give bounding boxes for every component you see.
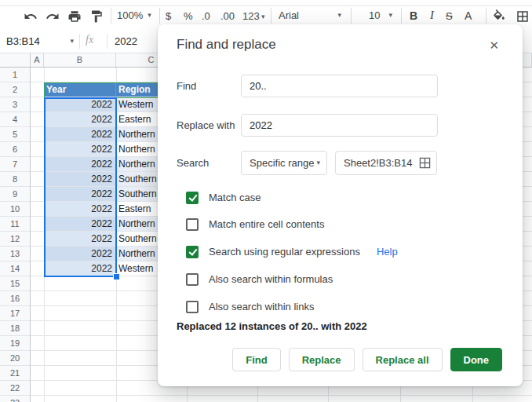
toolbar-separator <box>351 8 352 24</box>
row-header-17[interactable]: 17 <box>0 306 30 321</box>
row-header-11[interactable]: 11 <box>0 217 30 232</box>
bold-button[interactable]: B <box>410 9 417 22</box>
cell-B11[interactable]: 2022 <box>44 217 116 232</box>
format-currency-button[interactable]: $ <box>166 10 171 22</box>
row-header-16[interactable]: 16 <box>0 291 30 306</box>
cell-B12[interactable]: 2022 <box>44 232 116 247</box>
row-header-3[interactable]: 3 <box>0 97 30 112</box>
search-scope-select[interactable]: Specific range ▾ <box>241 151 327 175</box>
print-icon[interactable] <box>67 9 82 24</box>
cell-B9[interactable]: 2022 <box>44 187 116 202</box>
toolbar-separator <box>271 8 271 24</box>
row-header-13[interactable]: 13 <box>0 247 30 261</box>
regex-checkbox[interactable] <box>186 246 199 258</box>
replace-status-text: Replaced 12 instances of 20.. with 2022 <box>177 320 367 332</box>
search-range-box[interactable]: Sheet2!B3:B14 <box>335 151 437 175</box>
font-family-value: Arial <box>279 9 299 21</box>
strikethrough-button[interactable]: S <box>446 10 453 22</box>
decrease-decimal-button[interactable]: .0 <box>202 10 210 22</box>
cell-B5[interactable]: 2022 <box>44 127 116 142</box>
row-header-18[interactable]: 18 <box>0 321 30 336</box>
row-header-4[interactable]: 4 <box>0 112 30 127</box>
dialog-title: Find and replace <box>177 37 276 53</box>
checkbox-label: Also search within formulas <box>209 273 333 285</box>
checkbox-label: Match case <box>209 192 261 203</box>
row-header-1[interactable]: 1 <box>0 68 30 82</box>
row-header-8[interactable]: 8 <box>0 172 30 187</box>
cell-B14[interactable]: 2022 <box>44 261 116 276</box>
cell-B8[interactable]: 2022 <box>44 172 116 187</box>
select-data-range-icon[interactable] <box>419 157 431 169</box>
chevron-down-icon: ▾ <box>316 159 320 166</box>
row-header-22[interactable]: 22 <box>0 381 30 396</box>
checkbox-row-match-case[interactable]: Match case <box>186 191 261 204</box>
checkbox-row-match-entire-cell[interactable]: Match entire cell contents <box>186 217 324 231</box>
row-header-21[interactable]: 21 <box>0 366 30 381</box>
row-numbers: 1234567891011121314151617181920212223 <box>0 68 31 402</box>
zoom-control[interactable]: 100% ▾ <box>117 9 151 21</box>
search-links-checkbox[interactable] <box>186 301 199 313</box>
cell-B10[interactable]: 2022 <box>44 202 116 217</box>
checkbox-row-search-links[interactable]: Also search within links <box>186 300 314 313</box>
close-icon[interactable]: ✕ <box>489 38 499 53</box>
undo-icon[interactable] <box>24 9 38 24</box>
search-scope-value: Specific range <box>250 157 314 169</box>
done-button[interactable]: Done <box>450 348 503 371</box>
redo-icon[interactable] <box>46 9 60 24</box>
replace-all-button[interactable]: Replace all <box>363 348 443 371</box>
increase-decimal-button[interactable]: .00 <box>220 10 235 22</box>
select-all-corner[interactable] <box>0 53 31 67</box>
cell-B4[interactable]: 2022 <box>44 112 116 127</box>
chevron-down-icon: ▾ <box>388 12 392 19</box>
fill-color-icon[interactable] <box>492 9 506 24</box>
search-range-value: Sheet2!B3:B14 <box>344 157 412 169</box>
search-formulas-checkbox[interactable] <box>186 273 199 286</box>
row-header-7[interactable]: 7 <box>0 157 30 172</box>
help-link[interactable]: Help <box>377 246 398 258</box>
toolbar-separator <box>159 8 160 24</box>
row-header-2[interactable]: 2 <box>0 82 30 97</box>
row-header-19[interactable]: 19 <box>0 336 30 351</box>
find-label: Find <box>177 80 241 92</box>
replace-with-input[interactable] <box>241 114 438 137</box>
row-header-15[interactable]: 15 <box>0 276 30 291</box>
row-header-14[interactable]: 14 <box>0 261 30 276</box>
number-format-button[interactable]: 123 <box>242 10 260 22</box>
match-entire-cell-checkbox[interactable] <box>186 218 199 231</box>
row-header-23[interactable]: 23 <box>0 396 30 402</box>
italic-button[interactable]: I <box>430 9 434 22</box>
column-header-B[interactable]: B <box>44 53 116 67</box>
match-case-checkbox[interactable] <box>186 192 199 204</box>
name-box[interactable]: B3:B14 ▾ <box>6 30 74 53</box>
cell-B2[interactable]: Year <box>44 82 116 97</box>
find-replace-dialog: Find and replace ✕ Find Replace with Sea… <box>158 24 523 386</box>
text-color-button[interactable]: A <box>465 9 472 22</box>
row-header-6[interactable]: 6 <box>0 142 30 157</box>
format-percent-button[interactable]: % <box>184 10 193 22</box>
cell-B3[interactable]: 2022 <box>44 97 116 112</box>
font-size-select[interactable]: 10 ▾ <box>369 9 392 21</box>
checkbox-row-search-formulas[interactable]: Also search within formulas <box>186 272 333 286</box>
find-input[interactable] <box>241 75 438 97</box>
toolbar-separator <box>486 8 486 24</box>
row-header-12[interactable]: 12 <box>0 232 30 247</box>
borders-icon[interactable] <box>516 9 530 24</box>
paint-format-icon[interactable] <box>89 9 104 24</box>
chevron-down-icon: ▾ <box>337 12 341 19</box>
cell-B7[interactable]: 2022 <box>44 157 116 172</box>
find-button[interactable]: Find <box>232 348 280 371</box>
selection-fill-handle[interactable] <box>113 273 120 280</box>
row-header-10[interactable]: 10 <box>0 202 30 217</box>
column-header-A[interactable]: A <box>31 53 44 67</box>
replace-button[interactable]: Replace <box>289 348 355 371</box>
checkbox-row-regular-expressions[interactable]: Search using regular expressions Help <box>186 245 398 258</box>
cell-B6[interactable]: 2022 <box>44 142 116 157</box>
fx-icon: fx <box>86 34 93 46</box>
row-header-20[interactable]: 20 <box>0 351 30 366</box>
chevron-down-icon: ▾ <box>261 13 265 20</box>
formula-input[interactable]: 2022 <box>115 35 137 47</box>
row-header-9[interactable]: 9 <box>0 187 30 202</box>
cell-B13[interactable]: 2022 <box>44 247 116 261</box>
row-header-5[interactable]: 5 <box>0 127 30 142</box>
font-family-select[interactable]: Arial ▾ <box>279 9 341 21</box>
